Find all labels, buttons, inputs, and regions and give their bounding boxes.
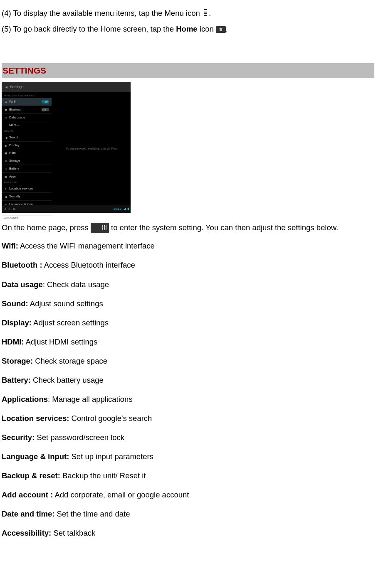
- battery-icon: ▯: [4, 167, 7, 170]
- settings-item-desc: Adjust sound settings: [28, 299, 103, 308]
- instruction-5-suffix: .: [226, 25, 228, 33]
- bluetooth-icon: ✱: [4, 108, 7, 111]
- settings-item-label: Display:: [2, 318, 32, 327]
- group-personal: PERSONAL: [2, 180, 52, 185]
- screenshot-titlebar: ◂ Settings: [2, 82, 131, 92]
- settings-item-desc: Set up input parameters: [69, 452, 153, 461]
- nav-bar: ◅ ⌂ ⧉ 14:12 ◢ ▮: [2, 205, 131, 213]
- sidebar-item-hdmi[interactable]: ▣Hdmi: [2, 149, 52, 157]
- settings-item: Security: Set password/screen lock: [2, 433, 374, 443]
- instruction-5-bold: Home: [176, 25, 197, 33]
- settings-item: HDMI: Adjust HDMI settings: [2, 337, 374, 347]
- instruction-4-text: (4) To display the available menu items,…: [2, 9, 202, 17]
- nav-clock: 14:12: [113, 207, 121, 211]
- settings-item: Sound: Adjust sound settings: [2, 299, 374, 309]
- instruction-5: (5) To go back directly to the Home scre…: [2, 24, 374, 34]
- display-icon: ◉: [4, 144, 7, 147]
- settings-item-label: Bluetooth :: [2, 261, 42, 269]
- sidebar-item-bluetooth[interactable]: ✱BluetoothOFF: [2, 106, 52, 114]
- sound-icon: ◀: [4, 136, 7, 139]
- settings-item-desc: Check storage space: [33, 357, 107, 365]
- nav-battery-status-icon: ▮: [127, 207, 129, 211]
- settings-screenshot: ◂ Settings WIRELESS & NETWORKS ◈Wi-FiON …: [2, 82, 131, 213]
- settings-item: Display: Adjust screen settings: [2, 318, 374, 328]
- settings-item: Language & input: Set up input parameter…: [2, 452, 374, 462]
- wifi-switch[interactable]: ON: [42, 100, 49, 103]
- instruction-4: (4) To display the available menu items,…: [2, 8, 374, 18]
- back-icon: ◂: [5, 84, 7, 91]
- settings-item-desc: Access the WIFI management interface: [18, 241, 155, 250]
- intro-after: to enter the system setting. You can the…: [109, 223, 338, 232]
- settings-item-desc: Set password/screen lock: [35, 433, 124, 442]
- settings-item: Date and time: Set the time and date: [2, 509, 374, 519]
- settings-item-label: Location services:: [2, 414, 69, 423]
- settings-item: Location services: Control google's sear…: [2, 413, 374, 423]
- sidebar-item-sound[interactable]: ◀Sound: [2, 134, 52, 142]
- menu-icon: [202, 9, 209, 17]
- settings-item-label: HDMI:: [2, 337, 24, 346]
- settings-item: Wifi: Access the WIFI management interfa…: [2, 241, 374, 251]
- screenshot-title: Settings: [10, 85, 24, 90]
- settings-item: Battery: Check battery usage: [2, 375, 374, 385]
- data-icon: ◷: [4, 116, 7, 119]
- security-icon: ◆: [4, 195, 7, 198]
- hdmi-icon: ▣: [4, 151, 7, 155]
- settings-item-label: Wifi:: [2, 241, 18, 250]
- settings-item-label: Storage:: [2, 357, 33, 365]
- settings-item-desc: Backup the unit/ Reset it: [60, 471, 146, 480]
- wifi-icon: ◈: [4, 100, 7, 103]
- settings-item-label: Backup & reset:: [2, 471, 60, 480]
- nav-home-icon[interactable]: ⌂: [8, 207, 10, 211]
- sidebar-item-wifi[interactable]: ◈Wi-FiON: [2, 98, 52, 106]
- sidebar-item-display[interactable]: ◉Display: [2, 142, 52, 150]
- settings-item-label: Sound:: [2, 299, 28, 308]
- sidebar-item-location[interactable]: ✦Location services: [2, 185, 52, 193]
- settings-icon: [91, 223, 109, 233]
- instruction-5-prefix: (5) To go back directly to the Home scre…: [2, 25, 176, 33]
- apps-icon: ▦: [4, 175, 7, 178]
- settings-item: Backup & reset: Backup the unit/ Reset i…: [2, 471, 374, 481]
- detail-pane: To see networks available, turn Wi-Fi on…: [54, 92, 131, 205]
- sidebar-item-data-usage[interactable]: ◷Data usage: [2, 114, 52, 122]
- settings-item-label: Data usage: [2, 280, 43, 289]
- settings-item-desc: Check battery usage: [31, 376, 104, 384]
- group-device: DEVICE: [2, 129, 52, 134]
- bluetooth-switch[interactable]: OFF: [42, 108, 49, 111]
- settings-sidebar: WIRELESS & NETWORKS ◈Wi-FiON ✱BluetoothO…: [2, 92, 52, 205]
- nav-recent-icon[interactable]: ⧉: [13, 207, 15, 211]
- settings-item-desc: Add corporate, email or google account: [53, 490, 189, 499]
- section-heading-settings: SETTINGS: [2, 63, 374, 78]
- detail-text: To see networks available, turn Wi-Fi on…: [66, 147, 118, 150]
- intro-before: On the home page, press: [2, 223, 91, 232]
- settings-item-label: Battery:: [2, 376, 31, 384]
- location-icon: ✦: [4, 187, 7, 190]
- settings-item: Add account : Add corporate, email or go…: [2, 490, 374, 500]
- settings-item: Applications: Manage all applications: [2, 394, 374, 404]
- settings-item-desc: Set the time and date: [54, 509, 130, 518]
- sidebar-item-apps[interactable]: ▦Apps: [2, 173, 52, 181]
- sidebar-item-battery[interactable]: ▯Battery: [2, 165, 52, 173]
- instruction-4-suffix: .: [209, 9, 211, 17]
- settings-item-label: Applications: [2, 395, 48, 403]
- nav-wifi-status-icon: ◢: [123, 207, 126, 211]
- settings-item-label: Accessibility:: [2, 529, 51, 537]
- settings-item: Bluetooth : Access Bluetooth interface: [2, 260, 374, 270]
- home-icon: [216, 26, 226, 33]
- instruction-5-mid: icon: [198, 25, 216, 33]
- settings-item-label: Add account :: [2, 490, 53, 499]
- sidebar-item-storage[interactable]: ≡Storage: [2, 157, 52, 165]
- nav-back-icon[interactable]: ◅: [3, 207, 6, 211]
- intro-line: On the home page, press to enter the sys…: [2, 223, 374, 233]
- group-wireless: WIRELESS & NETWORKS: [2, 93, 52, 98]
- settings-item: Accessibility: Set talkback: [2, 528, 374, 538]
- settings-item-label: Date and time:: [2, 509, 54, 518]
- settings-item-desc: : Manage all applications: [48, 395, 133, 403]
- settings-item-desc: Set talkback: [51, 529, 95, 537]
- settings-item-desc: Access Bluetooth interface: [42, 261, 135, 269]
- sidebar-item-security[interactable]: ◆Security: [2, 193, 52, 201]
- group-accounts: ACCOUNTS: [2, 216, 52, 221]
- settings-item-desc: Adjust screen settings: [32, 318, 109, 327]
- settings-item: Storage: Check storage space: [2, 356, 374, 366]
- sidebar-item-more[interactable]: More...: [2, 121, 52, 129]
- storage-icon: ≡: [4, 159, 7, 162]
